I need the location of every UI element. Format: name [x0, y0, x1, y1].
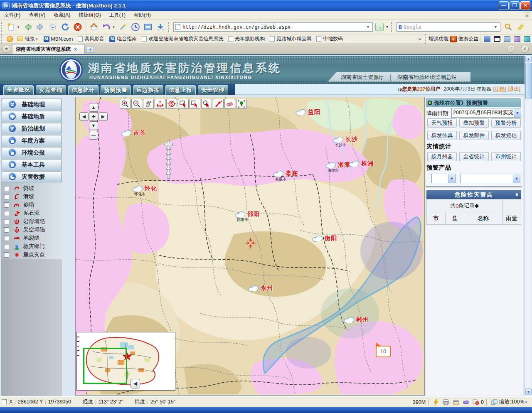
address-bar[interactable]: http://dzzh.hndh.gov.cn/gridweb.aspx ▼	[173, 22, 373, 32]
scale-tool[interactable]: S	[166, 99, 177, 109]
pan-tool[interactable]	[143, 99, 154, 109]
notes-icon[interactable]	[504, 36, 510, 42]
menu-view[interactable]: 查看(V)	[25, 11, 49, 20]
screen-capture-icon[interactable]	[143, 22, 153, 32]
chevron-down-icon[interactable]: ▼	[448, 174, 455, 183]
sidebar-item-env-bulletin[interactable]: 环境公报	[2, 147, 62, 158]
menu-groups[interactable]: 快捷组(G)	[74, 11, 105, 20]
go-button[interactable]: →	[375, 23, 384, 31]
city-marker-changsha[interactable]: 长沙 长沙市	[332, 135, 358, 143]
menu-favorites[interactable]: 收藏(A)	[49, 11, 74, 20]
layer-checkbox[interactable]	[4, 244, 9, 249]
zoom-slider-handle[interactable]	[165, 143, 172, 146]
link-photo[interactable]: 光年摄影机构	[228, 35, 265, 42]
city-marker-shaoyang[interactable]: 邵阳 邵阳市	[234, 210, 260, 218]
charity-label[interactable]: 傲游公益	[458, 35, 478, 42]
exit-link[interactable]: [退出]	[507, 86, 520, 93]
back-icon[interactable]	[22, 22, 33, 32]
zoom-in-tool[interactable]	[120, 99, 131, 109]
eraser-icon[interactable]	[462, 399, 470, 406]
nav-tab-forecast[interactable]: 预测预警	[101, 85, 131, 95]
menu-file[interactable]: 文件(F)	[0, 11, 25, 20]
search-box[interactable]: 8 Google ▼	[397, 22, 500, 32]
tab-settings-wrench-icon[interactable]: ⚿	[507, 45, 515, 53]
city-marker-huaihua[interactable]: 怀化 怀化市	[132, 184, 157, 192]
zoom-dropdown-icon[interactable]: ▾	[524, 400, 528, 404]
undo-icon[interactable]	[101, 22, 112, 32]
pan-left-button[interactable]: ◀	[79, 112, 89, 121]
enhance-label[interactable]: 增强功能	[429, 35, 448, 42]
overview-extent-rect[interactable]	[83, 348, 127, 384]
map-viewport[interactable]: ? S ▲ ◀ ✚ ▶ ▼ —	[75, 97, 425, 396]
search-engine-dropdown-icon[interactable]: ▼	[493, 25, 498, 29]
monthly-stats-button[interactable]: 按月州县	[427, 152, 457, 161]
rain-date-select[interactable]: 2007年05月05日08时实况 ▼	[451, 108, 521, 118]
favorites-heart-icon[interactable]	[7, 36, 13, 42]
sidebar-item-prevention-plan[interactable]: 防治规划	[2, 123, 62, 134]
product-item-select[interactable]: ▼	[461, 174, 520, 183]
logout-link[interactable]: [注销]	[493, 86, 506, 93]
danger-points-header[interactable]: 危险性灾害点 ¥	[426, 190, 521, 199]
magic-wand-icon[interactable]	[118, 22, 128, 32]
home-icon[interactable]	[89, 22, 99, 32]
printer-icon[interactable]	[442, 399, 450, 406]
warning-analysis-button[interactable]: 预警分析	[491, 118, 521, 128]
sidebar-item-basic-tools[interactable]: 基本工具	[2, 159, 62, 170]
rect-deselect-tool[interactable]	[190, 99, 200, 109]
rainfall-flag-marker[interactable]: 10	[376, 346, 391, 357]
resize-page-icon[interactable]	[490, 399, 498, 406]
links-dropdown-icon[interactable]: ▾	[35, 37, 39, 41]
tab-close-icon[interactable]: ×	[74, 47, 77, 52]
layer-checkbox[interactable]	[4, 219, 9, 224]
charity-shield-icon[interactable]: ♥	[450, 36, 457, 42]
city-marker-zhuzhou[interactable]: 株洲	[348, 160, 374, 167]
measure-tool[interactable]: ?	[155, 99, 165, 109]
messenger-icon[interactable]	[484, 36, 490, 42]
nav-tab-query[interactable]: 灾点查询	[36, 85, 66, 95]
links-folder[interactable]: 链接 ▾	[17, 35, 39, 42]
link-zhongdi[interactable]: 中地数码	[316, 35, 343, 42]
full-extent-tool[interactable]	[236, 99, 247, 109]
forward-icon[interactable]	[35, 22, 46, 32]
city-marker-hengyang[interactable]: 衡阳	[312, 234, 337, 242]
mass-sms-button[interactable]: 群发短信	[491, 131, 521, 140]
zoom-level[interactable]: 缩放:100%	[499, 398, 524, 406]
go-dropdown-icon[interactable]: ▼	[384, 25, 390, 29]
layer-checkbox[interactable]	[4, 252, 9, 258]
layer-checkbox[interactable]	[4, 211, 9, 216]
popup-blocker-icon[interactable]	[472, 399, 480, 406]
undo-dropdown[interactable]: ▾	[113, 25, 117, 29]
download-icon[interactable]	[155, 22, 166, 32]
city-marker-loudi[interactable]: 娄底 娄底市	[273, 170, 298, 177]
history-dropdown-icon[interactable]	[47, 22, 58, 32]
city-marker-yongzhou[interactable]: 永州	[248, 284, 273, 292]
overlay-warning-button[interactable]: 叠加预警	[459, 118, 489, 128]
layer-checkbox[interactable]	[4, 194, 9, 199]
link-land-resources[interactable]: 湖南省国土资源厅	[336, 74, 389, 81]
scroll-up-icon[interactable]: ▲	[525, 56, 532, 62]
province-stats-button[interactable]: 全省统计	[459, 152, 489, 161]
nav-tab-stats[interactable]: 信息统计	[68, 85, 99, 95]
sidebar-item-annual-plan[interactable]: 年度方案	[2, 135, 62, 146]
link-hunan-geo[interactable]: 欢迎登陆湖南省地质灾害信息系统	[142, 35, 223, 42]
layer-checkbox[interactable]	[4, 186, 9, 191]
link-baofeng[interactable]: 暴风影音	[78, 35, 104, 42]
pan-down-button[interactable]: ▼	[89, 121, 98, 130]
rect-select-tool[interactable]	[178, 99, 189, 109]
links-overflow-icon[interactable]: »	[416, 36, 424, 42]
link-msn[interactable]: MMSN.com	[44, 36, 73, 42]
address-dropdown-icon[interactable]: ▼	[365, 25, 371, 29]
city-marker-chenzhou[interactable]: 郴州	[343, 316, 369, 324]
minimize-button[interactable]: —	[499, 1, 509, 10]
sidebar-item-base-geology[interactable]: 基础地质	[2, 111, 62, 122]
sidebar-item-base-geography[interactable]: 基础地理	[2, 99, 62, 110]
search-icon[interactable]	[503, 22, 514, 32]
chevron-down-icon[interactable]: ▼	[513, 174, 520, 183]
overview-collapse-button[interactable]: ◀	[131, 379, 140, 388]
city-marker-xiangtan[interactable]: 湘潭 湘潭市	[325, 161, 350, 169]
refresh-icon[interactable]	[60, 22, 71, 32]
clock-icon[interactable]	[130, 22, 141, 32]
menu-overflow-icon[interactable]: »	[524, 12, 530, 18]
product-type-select[interactable]: ▼	[431, 174, 456, 183]
pan-right-button[interactable]: ▶	[99, 112, 108, 121]
